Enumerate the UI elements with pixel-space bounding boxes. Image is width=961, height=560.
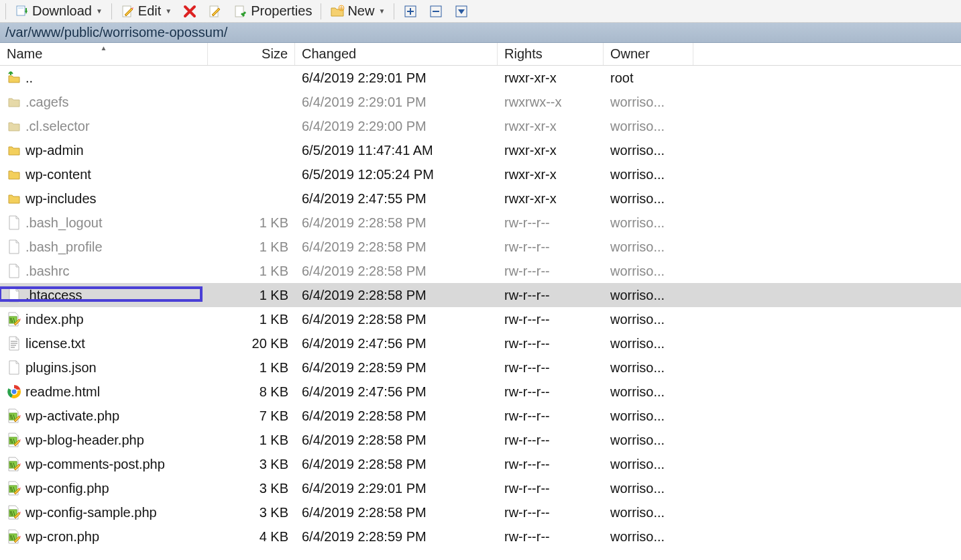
cell-changed: 6/5/2019 11:47:41 AM <box>295 143 498 158</box>
cell-changed: 6/4/2019 2:28:58 PM <box>295 408 498 424</box>
table-row[interactable]: wp-cron.php4 KB6/4/2019 2:28:59 PMrw-r--… <box>0 524 961 549</box>
column-headers: Name ▲ Size Changed Rights Owner <box>0 43 961 66</box>
table-row[interactable]: wp-config-sample.php3 KB6/4/2019 2:28:58… <box>0 500 961 524</box>
folder-icon <box>7 191 21 206</box>
cell-size: 3 KB <box>208 481 295 496</box>
download-icon <box>15 4 30 19</box>
cell-rights: rwxr-xr-x <box>498 119 604 134</box>
table-row[interactable]: .bash_profile1 KB6/4/2019 2:28:58 PMrw-r… <box>0 235 961 259</box>
plus-icon <box>403 4 418 19</box>
column-header-name[interactable]: Name ▲ <box>0 43 208 65</box>
file-name: .cl.selector <box>25 119 90 134</box>
rename-button[interactable] <box>203 2 227 21</box>
cell-owner: worriso... <box>604 457 693 472</box>
cell-changed: 6/4/2019 2:28:59 PM <box>295 360 498 376</box>
chrome-icon <box>7 384 21 399</box>
php-icon <box>7 312 21 327</box>
cell-changed: 6/4/2019 2:47:56 PM <box>295 384 498 400</box>
file-icon <box>7 288 21 302</box>
file-name: wp-blog-header.php <box>25 433 144 448</box>
table-row[interactable]: wp-blog-header.php1 KB6/4/2019 2:28:58 P… <box>0 428 961 452</box>
cell-changed: 6/4/2019 2:29:01 PM <box>295 70 498 86</box>
cell-size: 20 KB <box>208 336 295 351</box>
cell-name: readme.html <box>0 384 208 400</box>
cell-name: .bashrc <box>0 264 208 279</box>
file-name: wp-config-sample.php <box>25 505 157 520</box>
table-row[interactable]: .bashrc1 KB6/4/2019 2:28:58 PMrw-r--r--w… <box>0 259 961 283</box>
cell-changed: 6/4/2019 2:28:58 PM <box>295 433 498 448</box>
cell-name: .bash_profile <box>0 239 208 255</box>
cell-owner: worriso... <box>604 481 693 496</box>
file-name: readme.html <box>25 384 100 400</box>
php-icon <box>7 433 21 447</box>
table-row[interactable]: .cl.selector6/4/2019 2:29:00 PMrwxr-xr-x… <box>0 114 961 138</box>
cell-changed: 6/4/2019 2:28:58 PM <box>295 505 498 520</box>
cell-name: .. <box>0 70 208 86</box>
table-row[interactable]: index.php1 KB6/4/2019 2:28:58 PMrw-r--r-… <box>0 307 961 331</box>
table-row[interactable]: wp-comments-post.php3 KB6/4/2019 2:28:58… <box>0 452 961 476</box>
toolbar: Download ▼ Edit ▼ Properties New ▼ <box>0 0 961 23</box>
php-icon <box>7 457 21 471</box>
download-button[interactable]: Download ▼ <box>10 2 107 21</box>
cell-changed: 6/5/2019 12:05:24 PM <box>295 167 498 182</box>
table-row[interactable]: .bash_logout1 KB6/4/2019 2:28:58 PMrw-r-… <box>0 211 961 235</box>
table-row[interactable]: ..6/4/2019 2:29:01 PMrwxr-xr-xroot <box>0 66 961 90</box>
new-button[interactable]: New ▼ <box>325 2 390 21</box>
table-row[interactable]: wp-includes6/4/2019 2:47:55 PMrwxr-xr-xw… <box>0 186 961 211</box>
table-row[interactable]: .cagefs6/4/2019 2:29:01 PMrwxrwx--xworri… <box>0 90 961 114</box>
cell-owner: worriso... <box>604 143 693 158</box>
table-row[interactable]: readme.html8 KB6/4/2019 2:47:56 PMrw-r--… <box>0 380 961 404</box>
edit-button[interactable]: Edit ▼ <box>116 2 176 21</box>
cell-owner: worriso... <box>604 119 693 134</box>
rename-icon <box>208 4 223 19</box>
table-row[interactable]: .htaccess1 KB6/4/2019 2:28:58 PMrw-r--r-… <box>0 283 961 307</box>
table-row[interactable]: wp-activate.php7 KB6/4/2019 2:28:58 PMrw… <box>0 404 961 428</box>
table-row[interactable]: wp-config.php3 KB6/4/2019 2:29:01 PMrw-r… <box>0 476 961 500</box>
file-icon <box>7 264 21 278</box>
cell-rights: rw-r--r-- <box>498 239 604 255</box>
cell-rights: rw-r--r-- <box>498 529 604 545</box>
properties-button[interactable]: Properties <box>229 2 317 21</box>
svg-rect-1 <box>18 7 23 9</box>
up-icon <box>7 70 21 85</box>
cell-name: .bash_logout <box>0 215 208 231</box>
cell-name: wp-cron.php <box>0 529 208 545</box>
cell-name: wp-blog-header.php <box>0 433 208 448</box>
cell-changed: 6/4/2019 2:28:59 PM <box>295 529 498 545</box>
table-row[interactable]: wp-admin6/5/2019 11:47:41 AMrwxr-xr-xwor… <box>0 138 961 162</box>
cell-rights: rw-r--r-- <box>498 505 604 520</box>
cell-name: license.txt <box>0 336 208 351</box>
file-name: wp-cron.php <box>25 529 99 545</box>
collapse-button[interactable] <box>424 2 448 21</box>
cell-name: wp-content <box>0 167 208 182</box>
table-row[interactable]: plugins.json1 KB6/4/2019 2:28:59 PMrw-r-… <box>0 355 961 380</box>
delete-button[interactable] <box>178 2 202 21</box>
path-bar[interactable]: /var/www/public/worrisome-opossum/ <box>0 23 961 43</box>
cell-size: 8 KB <box>208 384 295 400</box>
svg-rect-2 <box>25 8 27 11</box>
table-row[interactable]: wp-content6/5/2019 12:05:24 PMrwxr-xr-xw… <box>0 162 961 186</box>
cell-rights: rwxr-xr-x <box>498 191 604 207</box>
file-name: wp-admin <box>25 143 84 158</box>
file-icon <box>7 239 21 254</box>
file-name: .htaccess <box>25 288 82 303</box>
column-header-rights[interactable]: Rights <box>498 43 604 65</box>
sort-ascending-icon: ▲ <box>101 44 107 52</box>
cell-changed: 6/4/2019 2:28:58 PM <box>295 239 498 255</box>
column-header-changed[interactable]: Changed <box>295 43 498 65</box>
cell-size: 1 KB <box>208 264 295 279</box>
cell-owner: worriso... <box>604 408 693 424</box>
php-icon <box>7 505 21 520</box>
cell-owner: worriso... <box>604 95 693 110</box>
expand-button[interactable] <box>398 2 422 21</box>
cell-rights: rwxr-xr-x <box>498 143 604 158</box>
cell-owner: worriso... <box>604 288 693 303</box>
select-mode-button[interactable] <box>449 2 473 21</box>
column-header-owner[interactable]: Owner <box>604 43 693 65</box>
column-header-size[interactable]: Size <box>208 43 295 65</box>
table-row[interactable]: license.txt20 KB6/4/2019 2:47:56 PMrw-r-… <box>0 331 961 355</box>
file-name: wp-comments-post.php <box>25 457 165 472</box>
file-name: .cagefs <box>25 95 68 110</box>
cell-owner: worriso... <box>604 433 693 448</box>
cell-owner: worriso... <box>604 312 693 327</box>
